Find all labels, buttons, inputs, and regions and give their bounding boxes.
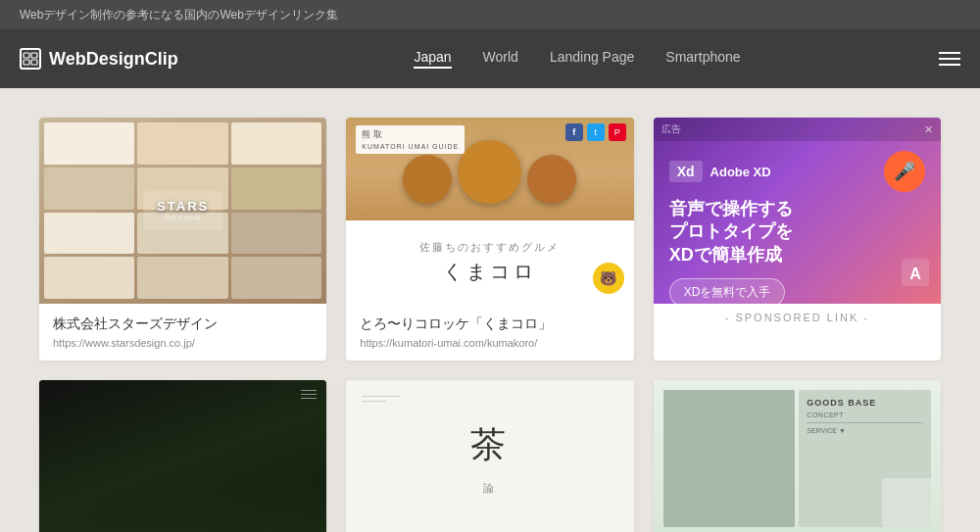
building-shape xyxy=(882,478,931,527)
ad-top-bar: 広告 ✕ xyxy=(654,118,941,141)
card-kumakoro-title: とろ〜りコロッケ「くまコロ」 xyxy=(360,315,619,333)
card-kumakoro[interactable]: f t P 熊 取KUMATORI UMAI GUIDE xyxy=(346,118,633,361)
xd-badge: Xd xyxy=(669,161,703,182)
hamburger-line-2 xyxy=(939,58,960,60)
stars-visual: STARS DESIGN xyxy=(39,118,326,304)
cha-line-1 xyxy=(362,396,401,397)
cha-line-2 xyxy=(362,401,386,402)
s-tile-10 xyxy=(44,257,134,299)
logo-icon xyxy=(20,48,41,70)
stars-logo-overlay: STARS DESIGN xyxy=(143,191,222,230)
card-stars-image: STARS DESIGN xyxy=(39,118,326,304)
svg-rect-2 xyxy=(24,60,29,65)
twitter-icon: t xyxy=(587,123,605,141)
korokke-2 xyxy=(458,140,521,204)
svg-rect-0 xyxy=(24,53,29,58)
ad-cta-button[interactable]: XDを無料で入手 xyxy=(669,278,786,304)
ad-label-text: 広告 xyxy=(662,122,681,136)
ad-label: 広告 xyxy=(662,122,681,136)
card-kumakoro-info: とろ〜りコロッケ「くまコロ」 https://kumatori-umai.com… xyxy=(346,304,633,361)
s-tile-3 xyxy=(231,122,321,165)
korokke-3 xyxy=(527,155,576,204)
card1-menu-icon xyxy=(301,390,317,399)
kuma-mascot: 🐻 xyxy=(593,263,624,294)
kuma-logo-text: くまコロ xyxy=(443,259,537,285)
kuma-social-icons: f t P xyxy=(565,123,626,141)
s-tile-11 xyxy=(137,257,227,299)
ad-close-button[interactable]: ✕ xyxy=(924,123,933,136)
announcement-text: Webデザイン制作の参考になる国内のWebデザインリンク集 xyxy=(20,7,338,24)
hamburger-menu[interactable] xyxy=(939,52,960,66)
kuma-tagline: 佐藤ちのおすすめグルメ xyxy=(419,240,560,255)
svg-rect-1 xyxy=(31,53,37,58)
goods-sub-2: SERVICE ▼ xyxy=(807,427,923,434)
bottom-card1-visual xyxy=(39,380,326,532)
stars-logo-box: STARS DESIGN xyxy=(143,191,222,230)
ad-visual: 広告 ✕ Xd Adobe XD 🎤 音声で操作するプロトタイプをXDで簡単作成… xyxy=(654,118,941,304)
announcement-bar: Webデザイン制作の参考になる国内のWebデザインリンク集 xyxy=(0,0,980,29)
s-tile-12 xyxy=(231,257,321,299)
kumakoro-visual: f t P 熊 取KUMATORI UMAI GUIDE xyxy=(346,118,633,304)
kuma-mascot-icon: 🐻 xyxy=(593,263,624,294)
hamburger-line-1 xyxy=(939,52,960,54)
card-stars-info: 株式会社スターズデザイン https://www.starsdesign.co.… xyxy=(39,304,326,361)
svg-text:A: A xyxy=(909,266,921,282)
goods-divider xyxy=(807,422,923,423)
card-bottom-2[interactable]: 茶 論 xyxy=(346,380,633,532)
s-tile-9 xyxy=(231,213,321,255)
card-kumakoro-image: f t P 熊 取KUMATORI UMAI GUIDE xyxy=(346,118,633,304)
main-content: STARS DESIGN 株式会社スターズデザイン https://www.st… xyxy=(0,88,980,532)
menu-line-3 xyxy=(301,398,317,399)
kuma-food-area: f t P 熊 取KUMATORI UMAI GUIDE xyxy=(346,118,633,225)
korokke-1 xyxy=(403,155,452,204)
nav-smartphone[interactable]: Smartphone xyxy=(665,49,740,69)
nav-landing-page[interactable]: Landing Page xyxy=(550,49,634,69)
ad-image: 広告 ✕ Xd Adobe XD 🎤 音声で操作するプロトタイプをXDで簡単作成… xyxy=(654,118,941,304)
stars-name-text: STARS xyxy=(157,199,209,214)
facebook-icon: f xyxy=(565,123,583,141)
site-logo[interactable]: WebDesignClip xyxy=(20,48,216,70)
xd-product-name: Adobe XD xyxy=(710,165,771,179)
mic-icon: 🎤 xyxy=(884,151,925,192)
pinterest-icon: P xyxy=(609,123,626,141)
main-nav: Japan World Landing Page Smartphone xyxy=(216,49,939,69)
card-bottom-1[interactable] xyxy=(39,380,326,532)
ad-card: 広告 ✕ Xd Adobe XD 🎤 音声で操作するプロトタイプをXDで簡単作成… xyxy=(654,118,941,361)
sponsored-link-text: - SPONSORED LINK - xyxy=(654,304,941,331)
kuma-region-label: 熊 取KUMATORI UMAI GUIDE xyxy=(356,125,465,154)
cha-sub: 論 xyxy=(483,481,497,496)
ad-main-text: 音声で操作するプロトタイプをXDで簡単作成 xyxy=(669,198,793,266)
cha-decoration-lines xyxy=(362,396,401,402)
menu-line-1 xyxy=(301,390,317,391)
s-tile-4 xyxy=(44,168,134,210)
s-tile-1 xyxy=(44,122,134,165)
hamburger-line-3 xyxy=(939,64,960,66)
dark-gradient xyxy=(39,478,326,532)
card-stars-url: https://www.starsdesign.co.jp/ xyxy=(53,337,313,349)
cha-kanji: 茶 xyxy=(470,421,510,469)
card-stars-title: 株式会社スターズデザイン xyxy=(53,315,313,333)
ad-xd-logo: Xd Adobe XD xyxy=(669,161,771,182)
s-tile-2 xyxy=(137,122,227,165)
menu-line-2 xyxy=(301,394,317,395)
nav-japan[interactable]: Japan xyxy=(414,49,451,69)
site-header: WebDesignClip Japan World Landing Page S… xyxy=(0,29,980,88)
logo-text: WebDesignClip xyxy=(49,49,178,70)
kuma-bottom: 佐藤ちのおすすめグルメ くまコロ 🐻 xyxy=(346,220,633,304)
s-tile-6 xyxy=(231,168,321,210)
card-bottom-3[interactable]: GOODS BASE CONCEPT SERVICE ▼ xyxy=(654,380,941,532)
nav-world[interactable]: World xyxy=(483,49,518,69)
s-tile-7 xyxy=(44,213,134,255)
stars-sub: DESIGN xyxy=(157,214,209,222)
card-stars-design[interactable]: STARS DESIGN 株式会社スターズデザイン https://www.st… xyxy=(39,118,326,361)
goods-sub-1: CONCEPT xyxy=(807,411,923,418)
bottom-card2-visual: 茶 論 xyxy=(346,380,633,532)
card-grid: STARS DESIGN 株式会社スターズデザイン https://www.st… xyxy=(39,118,941,532)
bottom-card3-visual: GOODS BASE CONCEPT SERVICE ▼ xyxy=(654,380,941,532)
goods-label: GOODS BASE xyxy=(807,398,923,408)
bc3-panel-1 xyxy=(663,390,796,527)
card-kumakoro-url: https://kumatori-umai.com/kumakoro/ xyxy=(360,337,619,349)
svg-rect-3 xyxy=(31,60,37,65)
adobe-logo-icon: A xyxy=(902,259,929,292)
